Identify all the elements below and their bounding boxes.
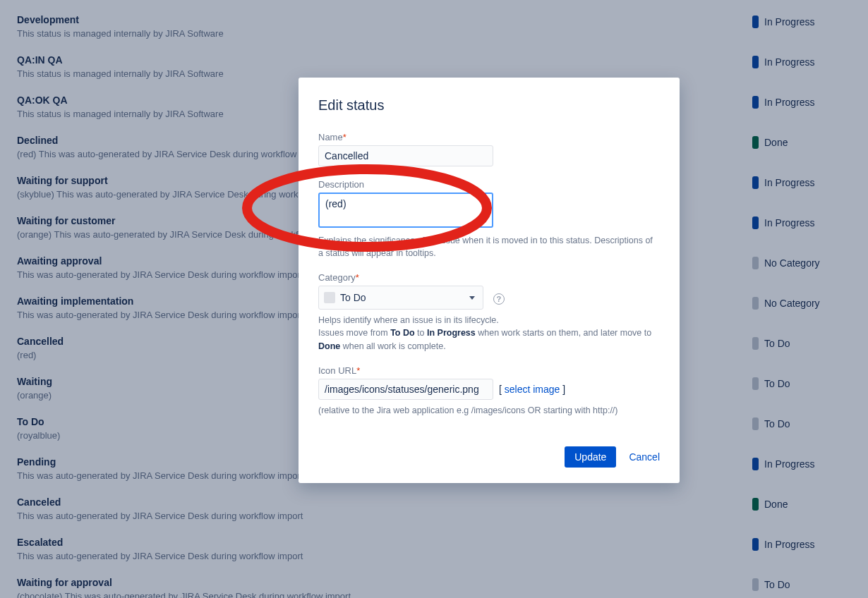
- category-color-swatch: [324, 292, 335, 303]
- description-label: Description: [318, 179, 660, 190]
- category-label: To Do: [764, 418, 790, 429]
- category-lozenge-icon: [752, 458, 759, 470]
- name-input[interactable]: [318, 145, 493, 166]
- category-lozenge-icon: [752, 297, 759, 310]
- status-left: QA:IN QAThis status is managed internall…: [17, 54, 752, 79]
- category-label: Done: [764, 137, 788, 148]
- status-left: Waiting for approval(chocolate) This was…: [17, 577, 752, 598]
- status-category: In Progress: [752, 175, 851, 189]
- status-row: Waiting for approval(chocolate) This was…: [17, 571, 851, 598]
- update-button[interactable]: Update: [565, 446, 616, 468]
- status-desc: This was auto-generated by JIRA Service …: [17, 551, 752, 561]
- status-row: DevelopmentThis status is managed intern…: [17, 8, 851, 49]
- category-lozenge-icon: [752, 498, 759, 511]
- category-label: In Progress: [764, 217, 815, 228]
- name-field-group: Name*: [318, 132, 660, 166]
- status-name[interactable]: Canceled: [17, 496, 752, 508]
- status-category: In Progress: [752, 54, 851, 68]
- category-label: In Progress: [764, 458, 815, 470]
- description-field-group: Description Explains the significance of…: [318, 179, 660, 260]
- status-name[interactable]: Escalated: [17, 537, 752, 548]
- status-left: EscalatedThis was auto-generated by JIRA…: [17, 537, 752, 561]
- status-category: To Do: [752, 376, 851, 390]
- category-lozenge-icon: [752, 136, 759, 149]
- category-label: In Progress: [764, 56, 815, 68]
- category-label: Category*: [318, 272, 660, 283]
- modal-actions: Update Cancel: [318, 446, 660, 468]
- category-field-group: Category* To Do ? Helps identify where a…: [318, 272, 660, 352]
- category-label: No Category: [764, 257, 820, 269]
- category-label: In Progress: [764, 16, 815, 28]
- status-name[interactable]: Development: [17, 14, 752, 25]
- help-icon[interactable]: ?: [493, 293, 505, 305]
- iconurl-input[interactable]: [318, 379, 493, 400]
- description-input[interactable]: [318, 193, 493, 228]
- category-lozenge-icon: [752, 417, 759, 430]
- category-label: In Progress: [764, 539, 815, 550]
- status-category: In Progress: [752, 537, 851, 551]
- required-mark: *: [356, 365, 360, 376]
- status-category: In Progress: [752, 215, 851, 229]
- modal-title: Edit status: [318, 97, 660, 114]
- status-category: In Progress: [752, 14, 851, 28]
- status-category: To Do: [752, 577, 851, 591]
- category-label: To Do: [764, 338, 790, 349]
- category-lozenge-icon: [752, 377, 759, 390]
- category-label: To Do: [764, 378, 790, 389]
- status-category: To Do: [752, 336, 851, 350]
- edit-status-modal: Edit status Name* Description Explains t…: [299, 78, 680, 483]
- select-image-wrapper: [ select image ]: [499, 384, 565, 395]
- category-label: To Do: [764, 579, 790, 590]
- status-category: Done: [752, 496, 851, 511]
- status-row: EscalatedThis was auto-generated by JIRA…: [17, 531, 851, 571]
- category-lozenge-icon: [752, 216, 759, 229]
- iconurl-label: Icon URL*: [318, 365, 660, 376]
- category-label: In Progress: [764, 97, 815, 108]
- category-lozenge-icon: [752, 176, 759, 189]
- status-category: In Progress: [752, 94, 851, 109]
- status-desc: (chocolate) This was auto-generated by J…: [17, 591, 752, 598]
- category-lozenge-icon: [752, 16, 759, 28]
- category-lozenge-icon: [752, 56, 759, 68]
- iconurl-hint: (relative to the Jira web application e.…: [318, 404, 660, 417]
- category-label: Done: [764, 499, 788, 510]
- category-lozenge-icon: [752, 538, 759, 551]
- category-hint: Helps identify where an issue is in its …: [318, 314, 660, 352]
- category-lozenge-icon: [752, 337, 759, 350]
- status-left: DevelopmentThis status is managed intern…: [17, 14, 752, 39]
- category-lozenge-icon: [752, 257, 759, 269]
- status-row: CanceledThis was auto-generated by JIRA …: [17, 491, 851, 531]
- status-category: Done: [752, 135, 851, 149]
- category-lozenge-icon: [752, 96, 759, 109]
- status-name[interactable]: Waiting for approval: [17, 577, 752, 588]
- cancel-button[interactable]: Cancel: [629, 451, 660, 463]
- status-left: CanceledThis was auto-generated by JIRA …: [17, 496, 752, 521]
- status-name[interactable]: QA:IN QA: [17, 54, 752, 66]
- status-category: To Do: [752, 416, 851, 430]
- description-hint: Explains the significance of an issue wh…: [318, 234, 660, 260]
- category-label: In Progress: [764, 177, 815, 188]
- required-mark: *: [343, 132, 346, 142]
- status-category: No Category: [752, 255, 851, 269]
- category-label: No Category: [764, 298, 820, 309]
- status-category: No Category: [752, 295, 851, 310]
- status-desc: This status is managed internally by JIR…: [17, 28, 752, 39]
- category-select[interactable]: To Do: [318, 286, 483, 310]
- category-lozenge-icon: [752, 578, 759, 591]
- select-image-link[interactable]: select image: [505, 384, 560, 395]
- name-label: Name*: [318, 132, 660, 142]
- status-desc: This was auto-generated by JIRA Service …: [17, 511, 752, 521]
- status-category: In Progress: [752, 456, 851, 470]
- required-mark: *: [356, 272, 359, 283]
- iconurl-field-group: Icon URL* [ select image ] (relative to …: [318, 365, 660, 417]
